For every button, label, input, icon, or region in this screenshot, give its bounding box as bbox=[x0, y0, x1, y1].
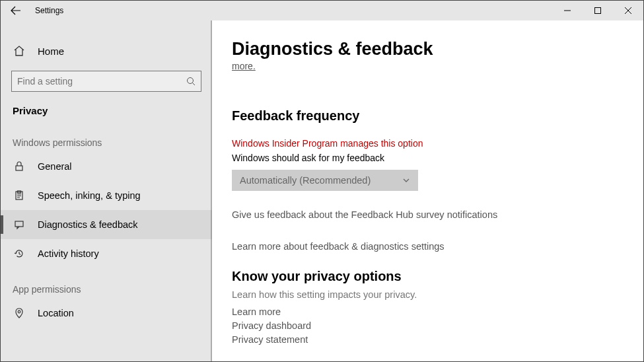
group-windows-permissions: Windows permissions bbox=[1, 122, 212, 152]
learn-diagnostics-link[interactable]: Learn more about feedback & diagnostics … bbox=[232, 241, 643, 252]
nav-label: Activity history bbox=[38, 248, 99, 259]
search-input[interactable] bbox=[17, 76, 169, 87]
window-controls bbox=[552, 1, 643, 20]
nav-label: Diagnostics & feedback bbox=[38, 219, 138, 230]
survey-feedback-link[interactable]: Give us feedback about the Feedback Hub … bbox=[232, 209, 643, 220]
privacy-options-heading: Know your privacy options bbox=[232, 269, 643, 284]
privacy-subtext: Learn how this setting impacts your priv… bbox=[232, 289, 643, 300]
privacy-statement-link[interactable]: Privacy statement bbox=[232, 333, 643, 347]
nav-label: General bbox=[38, 161, 72, 172]
minimize-icon bbox=[564, 7, 571, 14]
section-privacy: Privacy bbox=[1, 92, 212, 122]
privacy-dashboard-link[interactable]: Privacy dashboard bbox=[232, 319, 643, 333]
nav-label: Speech, inking, & typing bbox=[38, 190, 141, 201]
search-icon bbox=[186, 77, 196, 86]
dropdown-value: Automatically (Recommended) bbox=[240, 175, 371, 186]
sidebar: Home Privacy Windows permissions General bbox=[1, 20, 212, 361]
svg-rect-0 bbox=[595, 8, 601, 14]
settings-window: Settings Home bbox=[0, 0, 644, 362]
feedback-frequency-heading: Feedback frequency bbox=[232, 108, 643, 124]
minimize-button[interactable] bbox=[552, 1, 583, 20]
page-title: Diagnostics & feedback bbox=[232, 39, 643, 59]
titlebar: Settings bbox=[1, 1, 643, 20]
feedback-ask-label: Windows should ask for my feedback bbox=[232, 153, 643, 163]
home-icon bbox=[13, 45, 26, 57]
chevron-down-icon bbox=[402, 176, 410, 184]
close-button[interactable] bbox=[613, 1, 643, 20]
svg-rect-2 bbox=[16, 166, 22, 170]
maximize-icon bbox=[594, 7, 601, 14]
clipboard-icon bbox=[13, 190, 26, 201]
back-button[interactable] bbox=[1, 1, 31, 20]
feedback-frequency-dropdown: Automatically (Recommended) bbox=[232, 170, 418, 191]
svg-rect-5 bbox=[15, 221, 23, 227]
content-pane: Diagnostics & feedback more. Feedback fr… bbox=[212, 20, 643, 361]
maximize-button[interactable] bbox=[583, 1, 613, 20]
lock-icon bbox=[13, 161, 26, 172]
close-icon bbox=[625, 7, 631, 14]
nav-speech[interactable]: Speech, inking, & typing bbox=[1, 181, 212, 210]
truncated-link[interactable]: more. bbox=[232, 61, 643, 71]
svg-point-1 bbox=[188, 78, 194, 84]
search-box[interactable] bbox=[11, 71, 201, 92]
svg-point-6 bbox=[18, 310, 20, 313]
history-icon bbox=[13, 248, 26, 259]
group-app-permissions: App permissions bbox=[1, 268, 212, 299]
nav-label: Location bbox=[38, 308, 74, 318]
nav-general[interactable]: General bbox=[1, 152, 212, 181]
home-nav[interactable]: Home bbox=[1, 38, 212, 64]
insider-warning: Windows Insider Program manages this opt… bbox=[232, 138, 643, 149]
body: Home Privacy Windows permissions General bbox=[1, 20, 643, 361]
nav-location[interactable]: Location bbox=[1, 299, 212, 328]
nav-diagnostics[interactable]: Diagnostics & feedback bbox=[1, 210, 212, 239]
window-title: Settings bbox=[31, 6, 63, 15]
learn-more-link[interactable]: Learn more bbox=[232, 305, 643, 319]
search-wrap bbox=[11, 71, 201, 92]
back-arrow-icon bbox=[11, 5, 21, 16]
feedback-icon bbox=[13, 219, 26, 230]
location-icon bbox=[13, 308, 26, 318]
nav-activity[interactable]: Activity history bbox=[1, 239, 212, 268]
home-label: Home bbox=[38, 46, 64, 57]
privacy-links: Learn more Privacy dashboard Privacy sta… bbox=[232, 305, 643, 347]
